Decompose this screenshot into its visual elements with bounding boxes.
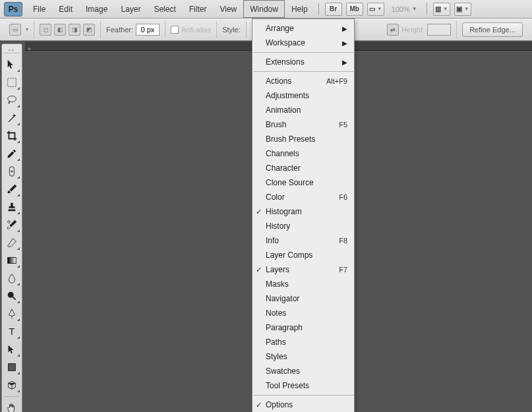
window-menu-history[interactable]: History [252,219,354,233]
swap-wh-icon: ⇄ [387,24,399,36]
lasso-tool[interactable] [3,92,20,108]
window-menu-masks[interactable]: Masks [252,277,354,291]
marquee-tool-preset-icon[interactable]: ▭ [9,24,21,36]
feather-label: Feather: [106,26,133,34]
screenmode-button[interactable]: ▭▼ [367,3,384,16]
blur-tool[interactable] [3,270,20,286]
bridge-button[interactable]: Br [325,3,342,16]
selection-intersect-icon[interactable]: ◩ [83,24,95,36]
menu-file[interactable]: File [26,0,52,18]
menu-layer[interactable]: Layer [114,0,147,18]
style-label: Style: [222,26,241,34]
selection-new-icon[interactable]: ◻ [40,24,51,36]
menubar: Ps FileEditImageLayerSelectFilterViewWin… [0,0,532,18]
selection-add-icon[interactable]: ◧ [54,24,66,36]
menu-image[interactable]: Image [79,0,114,18]
app-logo: Ps [4,2,22,16]
window-menu-options[interactable]: Options [252,397,354,412]
antialias-label: Anti-alias [181,26,211,34]
window-menu-tool-presets[interactable]: Tool Presets [252,378,354,393]
history-brush-tool[interactable] [3,217,20,233]
healing-tool[interactable] [3,163,20,179]
svg-point-2 [8,221,11,223]
tools-grip-icon[interactable]: ▸▸ [3,47,20,53]
window-menu-dropdown: Arrange▶Workspace▶Extensions▶ActionsAlt+… [252,18,355,412]
zoom-level[interactable]: 100%▼ [386,5,423,13]
tab-chevron-icon[interactable]: » [25,45,34,52]
path-select-tool[interactable] [3,341,20,357]
window-menu-styles[interactable]: Styles [252,349,354,364]
window-menu-navigator[interactable]: Navigator [252,291,354,306]
move-tool[interactable] [3,57,20,73]
window-menu-info[interactable]: InfoF8 [252,233,354,248]
arrange-docs-button[interactable]: ▥▼ [433,3,450,16]
window-menu-paths[interactable]: Paths [252,335,354,349]
eyedropper-tool[interactable] [3,146,20,162]
refine-edge-button[interactable]: Refine Edge... [462,22,523,37]
3d-tool[interactable] [3,377,20,393]
window-menu-animation[interactable]: Animation [252,103,354,117]
svg-rect-0 [8,78,16,87]
antialias-checkbox [171,26,179,34]
menu-select[interactable]: Select [147,0,182,18]
window-menu-workspace[interactable]: Workspace▶ [252,36,354,50]
window-menu-paragraph[interactable]: Paragraph [252,320,354,335]
window-menu-brush[interactable]: BrushF5 [252,117,354,132]
window-menu-extensions[interactable]: Extensions▶ [252,55,354,69]
window-menu-character[interactable]: Character [252,161,354,175]
window-menu-color[interactable]: ColorF6 [252,190,354,204]
hand-tool[interactable] [3,400,20,412]
svg-rect-7 [9,364,16,371]
menu-window[interactable]: Window [243,0,285,18]
window-menu-adjustments[interactable]: Adjustments [252,88,354,103]
menu-help[interactable]: Help [285,0,314,18]
crop-tool[interactable] [3,128,20,144]
wand-tool[interactable] [3,110,20,126]
menu-edit[interactable]: Edit [52,0,79,18]
window-menu-layers[interactable]: LayersF7 [252,262,354,277]
height-input [427,24,451,36]
svg-text:T: T [9,326,15,337]
window-menu-clone-source[interactable]: Clone Source [252,175,354,190]
window-menu-brush-presets[interactable]: Brush Presets [252,132,354,146]
menu-view[interactable]: View [213,0,243,18]
feather-input[interactable] [136,24,160,36]
shape-tool[interactable] [3,359,20,375]
gradient-tool[interactable] [3,252,20,268]
window-menu-histogram[interactable]: Histogram [252,204,354,219]
window-menu-channels[interactable]: Channels [252,146,354,161]
height-label: Height: [401,26,425,34]
pen-tool[interactable] [3,306,20,322]
minibridge-button[interactable]: Mb [346,3,363,16]
menu-filter[interactable]: Filter [183,0,214,18]
window-menu-actions[interactable]: ActionsAlt+F9 [252,74,354,88]
svg-rect-3 [8,258,16,264]
window-menu-arrange[interactable]: Arrange▶ [252,21,354,36]
stamp-tool[interactable] [3,199,20,215]
screen-fit-button[interactable]: ▣▼ [454,3,471,16]
tools-panel: ▸▸ T [1,44,22,412]
marquee-tool[interactable] [3,74,20,90]
window-menu-layer-comps[interactable]: Layer Comps [252,248,354,262]
selection-subtract-icon[interactable]: ◨ [69,24,80,36]
svg-rect-5 [13,297,16,301]
window-menu-notes[interactable]: Notes [252,306,354,320]
window-menu-swatches[interactable]: Swatches [252,364,354,378]
brush-tool[interactable] [3,181,20,197]
type-tool[interactable]: T [3,324,20,339]
dodge-tool[interactable] [3,288,20,304]
eraser-tool[interactable] [3,235,20,250]
